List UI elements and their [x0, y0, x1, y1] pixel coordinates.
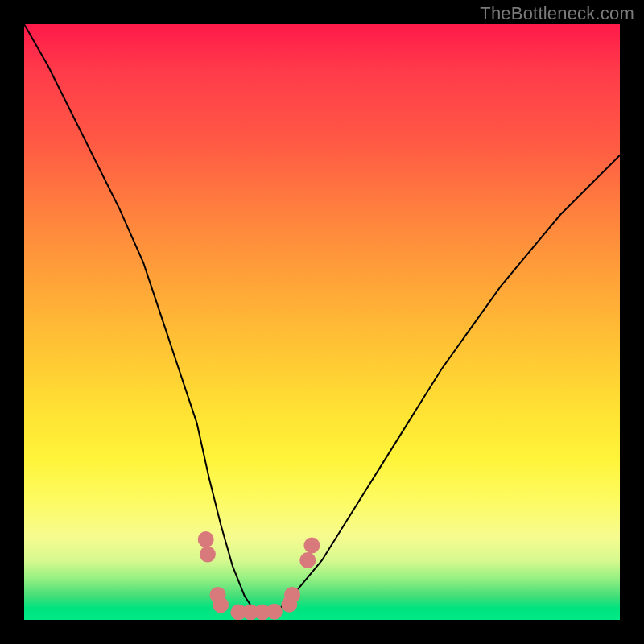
plot-area	[24, 24, 620, 620]
curve-layer	[24, 24, 620, 620]
outer-frame: TheBottleneck.com	[0, 0, 644, 644]
marker-dot	[303, 538, 320, 554]
marker-dot	[299, 552, 316, 568]
bottleneck-curve	[24, 24, 620, 614]
watermark-text: TheBottleneck.com	[480, 3, 634, 24]
marker-dot	[213, 597, 229, 613]
curve-markers	[198, 531, 320, 620]
marker-dot	[198, 531, 214, 547]
marker-dot	[284, 587, 300, 603]
marker-dot	[200, 547, 216, 563]
marker-dot	[266, 604, 283, 620]
curve-path	[24, 24, 620, 614]
